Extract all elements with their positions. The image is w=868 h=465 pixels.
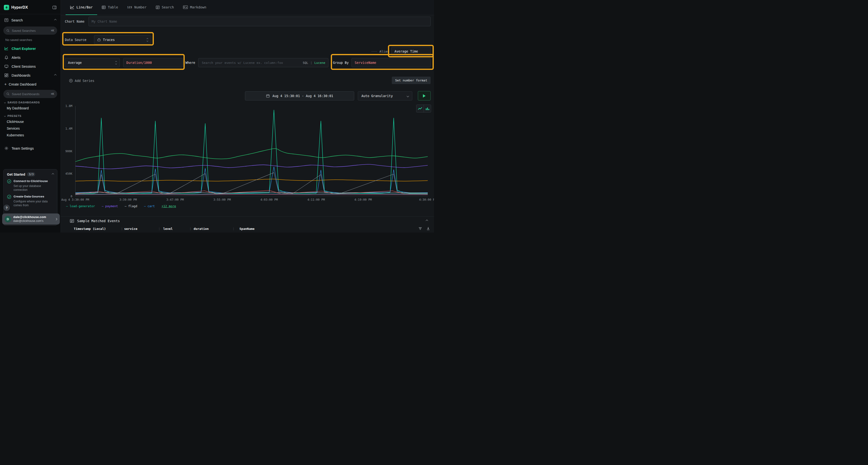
brand-name: HyperDX [11, 5, 28, 10]
search-section-toggle[interactable]: Search [0, 15, 61, 25]
tab-label: Line/Bar [76, 5, 93, 9]
date-range-value: Aug 4 15:30:01 - Aug 4 16:30:01 [273, 94, 333, 98]
calendar-icon [266, 94, 270, 98]
table-icon [102, 5, 105, 9]
chevron-down-icon [407, 95, 409, 97]
circle-plus-icon [69, 79, 73, 82]
saved-dashboards-header[interactable]: SAVED DASHBOARDS [0, 98, 61, 105]
lucene-toggle[interactable]: Lucene [314, 61, 325, 65]
chevron-right-icon [55, 218, 57, 220]
bell-icon [4, 56, 8, 60]
column-header[interactable]: level [163, 227, 173, 231]
select-chevrons-icon [147, 38, 148, 41]
nav-label: Alerts [11, 56, 21, 60]
sidebar-item-services[interactable]: Services [0, 125, 61, 132]
legend-item[interactable]: —load-generator [66, 204, 95, 208]
tab-search[interactable]: Search [151, 0, 179, 15]
help-button[interactable]: ? [3, 204, 10, 211]
shortcut-badge: ⌘K [51, 92, 54, 96]
chart-name-label: Chart Name [65, 16, 84, 26]
column-header[interactable]: Timestamp (Local) [74, 227, 106, 231]
tab-markdown[interactable]: Markdown [179, 0, 211, 15]
where-text-input[interactable] [201, 61, 301, 65]
get-started-progress-badge: 3/3 [27, 172, 35, 176]
sidebar-item-alerts[interactable]: Alerts [0, 53, 61, 62]
data-source-label: Data Source [65, 35, 86, 44]
x-axis-labels: Aug 4 3:30:00 PM3:39:00 PM3:47:00 PM3:55… [75, 198, 428, 202]
step-title: Create Data Sources [13, 195, 44, 198]
legend-label: payment [105, 204, 118, 208]
hyperdx-logo[interactable]: HyperDX [4, 5, 28, 10]
chart-legend: —load-generator —payment —flagd —cart +1… [66, 204, 176, 208]
get-started-step[interactable]: Create Data Sources Configure where your… [7, 194, 54, 207]
aggregation-value: Average [68, 61, 82, 65]
saved-dashboards-header-label: SAVED DASHBOARDS [7, 101, 40, 104]
search-section-icon [4, 18, 8, 22]
legend-dash: — [102, 204, 104, 208]
sample-events-table-header: Timestamp (Local) ⋮ service ⋮ level ⋮ du… [61, 227, 434, 232]
main-panel: Line/Bar Table 123 Number Search [61, 0, 434, 232]
saved-dashboards-placeholder: Saved Dashboards [12, 92, 49, 96]
column-header[interactable]: SpanName [240, 227, 255, 231]
step-desc: Configure where your data comes from [13, 199, 54, 207]
table-options-icon[interactable] [418, 227, 422, 230]
legend-item[interactable]: —cart [144, 204, 155, 208]
step-title: Connect to ClickHouse [13, 179, 48, 183]
chevron-up-icon [426, 220, 428, 222]
get-started-header[interactable]: Get Started 3/3 [7, 172, 54, 176]
aggregation-select[interactable]: Average [65, 58, 120, 67]
sample-events-header[interactable]: Sample Matched Events [61, 217, 434, 225]
legend-more-link[interactable]: +12 more [161, 204, 176, 208]
tab-table[interactable]: Table [97, 0, 123, 15]
where-label: Where [185, 58, 195, 67]
legend-dash: — [125, 204, 127, 208]
column-header[interactable]: service [124, 227, 137, 231]
user-menu[interactable]: D dale@clickhouse.com dale@clickhouse.co… [2, 213, 60, 225]
nav-label: Client Sessions [11, 65, 36, 68]
sidebar: HyperDX Search Saved Searches ⌘K No save… [0, 0, 61, 232]
legend-item[interactable]: —payment [102, 204, 118, 208]
sidebar-item-clickhouse[interactable]: ClickHouse [0, 118, 61, 125]
dashboards-grid-icon [4, 73, 8, 77]
plus-icon: + [4, 82, 6, 87]
get-started-step[interactable]: Connect to ClickHouse Set up your databa… [7, 179, 54, 192]
saved-searches-input[interactable]: Saved Searches ⌘K [3, 27, 57, 35]
add-series-button[interactable]: Add Series [69, 77, 94, 84]
presets-header[interactable]: PRESETS [0, 111, 61, 118]
tab-number[interactable]: 123 Number [123, 0, 151, 15]
select-chevrons-icon [116, 61, 117, 64]
create-dashboard-button[interactable]: + Create Dashboard [0, 80, 61, 89]
user-email: dale@clickhouse.com [13, 215, 53, 219]
field-expression-input[interactable]: Duration/1000 [123, 58, 183, 67]
sidebar-item-dashboards[interactable]: Dashboards [0, 71, 61, 80]
alias-input[interactable]: Average Time [391, 47, 431, 56]
avatar: D [5, 216, 11, 222]
sidebar-collapse-icon[interactable] [52, 5, 57, 10]
chart-canvas [75, 106, 428, 196]
sidebar-item-chart-explorer[interactable]: Chart Explorer [0, 44, 61, 53]
sidebar-item-client-sessions[interactable]: Client Sessions [0, 62, 61, 71]
set-number-format-button[interactable]: Set number format [392, 77, 431, 84]
column-separator: ⋮ [120, 227, 123, 231]
chart-plot-area[interactable] [75, 106, 428, 196]
download-icon[interactable] [426, 227, 430, 230]
group-by-input[interactable]: ServiceName [351, 58, 431, 67]
sidebar-item-kubernetes[interactable]: Kubernetes [0, 132, 61, 138]
tab-label: Table [108, 5, 118, 9]
granularity-select[interactable]: Auto Granularity [358, 91, 412, 100]
sidebar-item-my-dashboard[interactable]: My Dashboard [0, 105, 61, 111]
sql-toggle[interactable]: SQL [303, 61, 308, 65]
where-input[interactable]: SQL | Lucene [198, 58, 329, 67]
tab-line-bar[interactable]: Line/Bar [66, 0, 97, 15]
briefcase-icon [97, 38, 101, 42]
saved-dashboards-input[interactable]: Saved Dashboards ⌘K [3, 90, 57, 98]
legend-item[interactable]: —flagd [125, 204, 137, 208]
chart-name-input[interactable] [89, 16, 431, 26]
chevron-down-icon [4, 101, 6, 103]
sidebar-item-team-settings[interactable]: Team Settings [0, 144, 61, 153]
data-source-select[interactable]: Traces [94, 35, 151, 44]
date-range-picker[interactable]: Aug 4 15:30:01 - Aug 4 16:30:01 [245, 91, 354, 100]
run-query-button[interactable] [418, 91, 431, 100]
field-expression-value: Duration/1000 [126, 61, 152, 65]
column-header[interactable]: duration [194, 227, 209, 231]
